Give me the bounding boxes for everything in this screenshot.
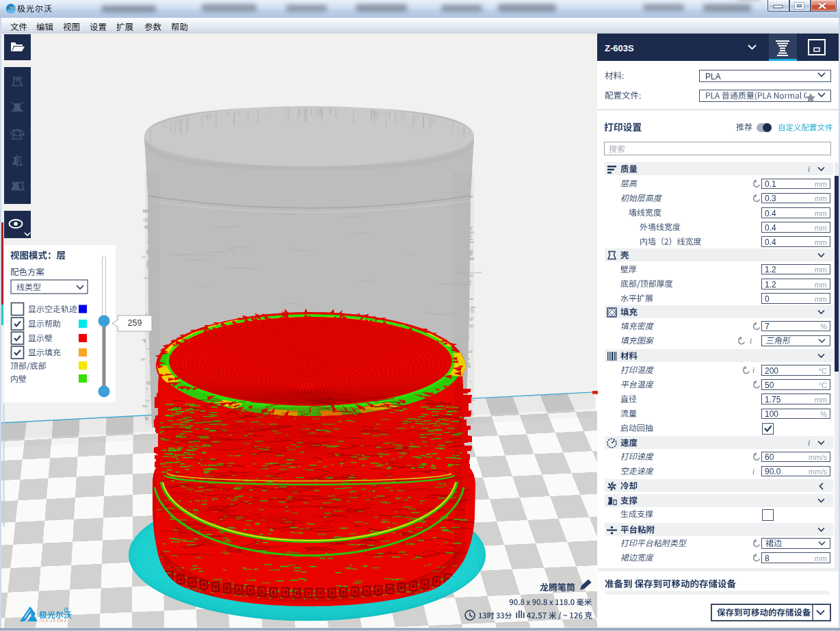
svg-text:i: i xyxy=(750,337,752,345)
svg-text:i: i xyxy=(808,438,810,448)
svg-text:i: i xyxy=(752,467,754,476)
svg-text:i: i xyxy=(752,366,754,374)
svg-text:Z-603S: Z-603S xyxy=(605,43,634,53)
svg-text:i: i xyxy=(808,164,810,174)
